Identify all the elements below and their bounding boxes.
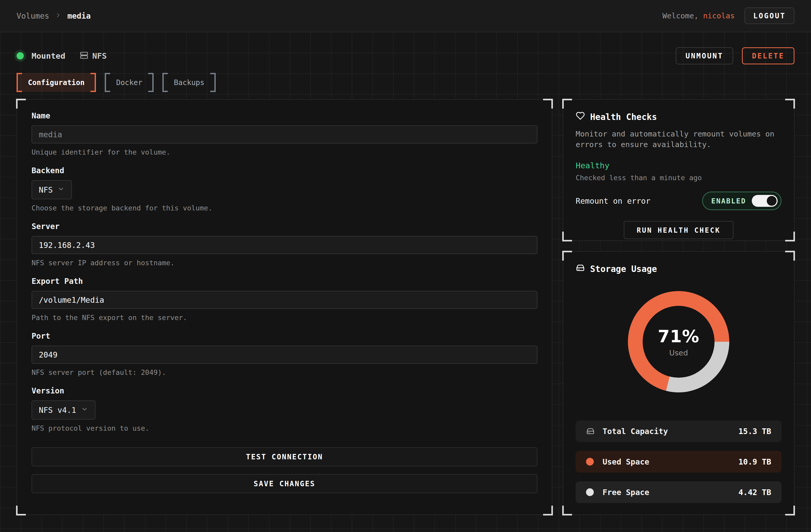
health-last-checked: Checked less than a minute ago bbox=[576, 174, 781, 182]
export-path-label: Export Path bbox=[32, 277, 537, 286]
corner-bracket bbox=[543, 99, 553, 109]
backend-chip: NFS bbox=[80, 51, 107, 61]
corner-bracket bbox=[562, 232, 572, 241]
hard-drive-icon bbox=[576, 263, 585, 275]
corner-bracket bbox=[785, 99, 795, 109]
export-path-help: Path to the NFS export on the server. bbox=[32, 314, 537, 322]
save-changes-button[interactable]: SAVE CHANGES bbox=[32, 474, 537, 493]
username: nicolas bbox=[703, 11, 735, 20]
version-help: NFS protocol version to use. bbox=[32, 424, 537, 432]
corner-bracket bbox=[16, 506, 26, 515]
chevron-right-icon bbox=[55, 11, 62, 20]
backend-chip-label: NFS bbox=[92, 51, 107, 61]
legend-label: Total Capacity bbox=[602, 427, 668, 436]
status-row: Mounted NFS UNMOUNT DELETE bbox=[17, 32, 794, 65]
heart-icon bbox=[576, 111, 585, 123]
legend-label: Free Space bbox=[602, 488, 649, 497]
breadcrumb-volumes[interactable]: Volumes bbox=[17, 11, 49, 20]
breadcrumb-current: media bbox=[67, 11, 91, 20]
storage-donut-chart: 71% Used bbox=[628, 291, 729, 392]
remount-toggle-label: ENABLED bbox=[711, 197, 746, 205]
hard-drive-icon bbox=[586, 427, 596, 436]
backend-help: Choose the storage backend for this volu… bbox=[32, 204, 537, 212]
port-label: Port bbox=[32, 331, 537, 341]
welcome-text: Welcome, nicolas bbox=[662, 11, 734, 20]
corner-bracket bbox=[785, 506, 795, 515]
tab-backups[interactable]: Backups bbox=[163, 73, 216, 92]
free-space-dot-icon bbox=[586, 488, 596, 496]
chevron-down-icon bbox=[81, 406, 88, 414]
mounted-status-dot bbox=[17, 52, 24, 60]
legend-label: Used Space bbox=[602, 457, 649, 466]
toggle-knob bbox=[767, 196, 777, 206]
storage-usage-panel: Storage Usage 71% Used bbox=[563, 251, 794, 515]
donut-caption: Used bbox=[669, 348, 688, 357]
tab-bar: Configuration Docker Backups bbox=[17, 73, 794, 92]
corner-bracket bbox=[16, 99, 26, 109]
legend-row-total-capacity: Total Capacity 15.3 TB bbox=[576, 420, 781, 442]
legend-value: 15.3 TB bbox=[739, 427, 771, 436]
page-content: Mounted NFS UNMOUNT DELETE Configuration… bbox=[0, 32, 811, 532]
server-help: NFS server IP address or hostname. bbox=[32, 259, 537, 267]
breadcrumb: Volumes media bbox=[17, 11, 91, 20]
chevron-down-icon bbox=[57, 185, 65, 194]
remount-on-error-label: Remount on error bbox=[576, 197, 651, 205]
tab-configuration[interactable]: Configuration bbox=[17, 73, 96, 92]
remount-toggle[interactable]: ENABLED bbox=[702, 191, 781, 210]
donut-center: 71% Used bbox=[643, 306, 715, 378]
backend-select-value: NFS bbox=[39, 185, 53, 194]
logout-button[interactable]: LOGOUT bbox=[745, 7, 794, 24]
delete-button[interactable]: DELETE bbox=[742, 47, 794, 64]
tab-docker[interactable]: Docker bbox=[105, 73, 154, 92]
legend-row-used-space: Used Space 10.9 TB bbox=[576, 451, 781, 472]
health-status: Healthy bbox=[576, 161, 781, 170]
backend-label: Backend bbox=[32, 166, 537, 175]
unmount-button[interactable]: UNMOUNT bbox=[676, 47, 733, 64]
topbar: Volumes media Welcome, nicolas LOGOUT bbox=[0, 0, 811, 32]
export-path-input[interactable] bbox=[32, 291, 537, 309]
health-checks-panel: Health Checks Monitor and automatically … bbox=[563, 99, 794, 241]
legend-row-free-space: Free Space 4.42 TB bbox=[576, 481, 781, 503]
corner-bracket bbox=[562, 251, 572, 261]
server-label: Server bbox=[32, 222, 537, 231]
version-select-value: NFS v4.1 bbox=[39, 406, 76, 414]
health-checks-title: Health Checks bbox=[590, 112, 657, 122]
corner-bracket bbox=[785, 251, 795, 261]
welcome-prefix: Welcome, bbox=[662, 11, 699, 20]
corner-bracket bbox=[562, 99, 572, 109]
name-help: Unique identifier for the volume. bbox=[32, 148, 537, 156]
version-label: Version bbox=[32, 386, 537, 395]
name-label: Name bbox=[32, 111, 537, 120]
run-health-check-button[interactable]: RUN HEALTH CHECK bbox=[624, 221, 733, 239]
server-input[interactable] bbox=[32, 236, 537, 254]
version-select[interactable]: NFS v4.1 bbox=[32, 401, 95, 420]
mounted-status-label: Mounted bbox=[32, 51, 65, 61]
backend-select[interactable]: NFS bbox=[32, 180, 72, 199]
name-input[interactable] bbox=[32, 125, 537, 143]
toggle-switch bbox=[752, 195, 778, 207]
legend-value: 10.9 TB bbox=[739, 457, 771, 466]
corner-bracket bbox=[785, 232, 795, 241]
configuration-panel: Name Unique identifier for the volume. B… bbox=[17, 99, 552, 515]
server-icon bbox=[80, 51, 88, 61]
donut-percent: 71% bbox=[658, 327, 700, 346]
test-connection-button[interactable]: TEST CONNECTION bbox=[32, 447, 537, 466]
storage-usage-title: Storage Usage bbox=[590, 264, 657, 274]
legend-value: 4.42 TB bbox=[739, 488, 771, 497]
health-checks-description: Monitor and automatically remount volume… bbox=[576, 129, 780, 150]
port-input[interactable] bbox=[32, 346, 537, 364]
corner-bracket bbox=[562, 506, 572, 515]
used-space-dot-icon bbox=[586, 458, 596, 466]
corner-bracket bbox=[543, 506, 553, 515]
port-help: NFS server port (default: 2049). bbox=[32, 369, 537, 376]
